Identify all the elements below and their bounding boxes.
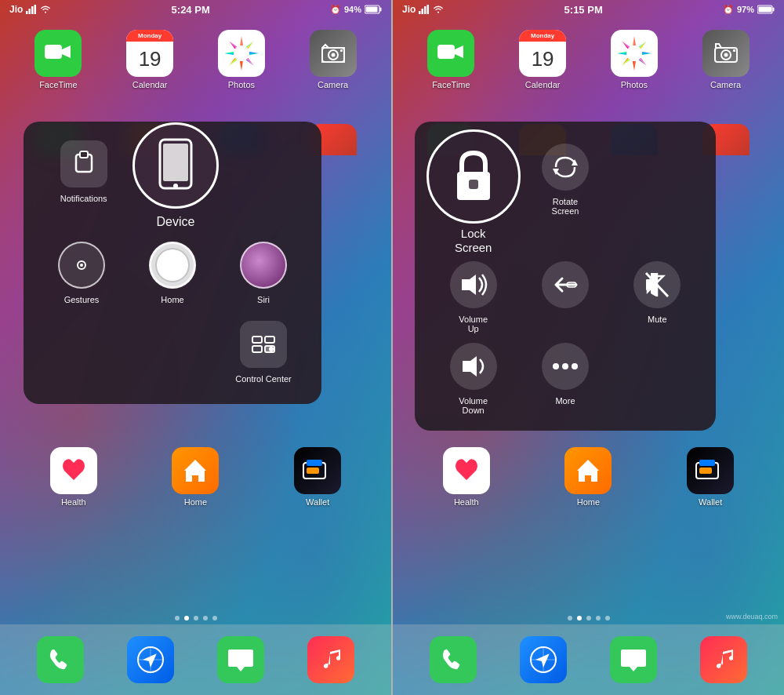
dot1-left [175,616,180,620]
svg-point-13 [331,53,335,57]
app-facetime-right[interactable]: FaceTime [423,30,479,89]
photos-icon-left [221,33,262,74]
dock-phone-right[interactable] [430,636,477,683]
at-gestures-btn[interactable]: Gestures [36,235,127,311]
svg-rect-56 [646,279,657,290]
lock-screen-btn[interactable]: LockScreen [427,137,519,255]
health-svg-right [452,457,481,485]
back-btn[interactable] [519,261,611,333]
volume-down-svg [459,353,488,380]
gestures-icon [58,242,105,289]
dock-safari-left[interactable] [127,636,174,683]
lock-screen-icon-circle [426,129,521,224]
home-app-right[interactable]: Home [564,447,612,507]
home-inner-circle [155,248,190,282]
device-label: Device [157,214,195,229]
health-app-left[interactable]: Health [50,447,97,507]
wallet-icon-left [294,447,341,494]
dot5-left [212,616,217,620]
status-bar-right: Jio 5:15 PM ⏰ 97% [393,0,784,19]
svg-rect-37 [422,9,424,14]
app-label-calendar-left: Calendar [132,80,168,89]
dock-safari-right[interactable] [520,636,567,683]
app-calendar-left[interactable]: Monday 19 Calendar [122,30,178,89]
svg-marker-68 [535,650,554,668]
svg-point-22 [80,264,83,267]
app-facetime-left[interactable]: FaceTime [30,30,86,89]
camera-icon-right [711,42,741,65]
notifications-label: Notifications [60,194,107,204]
rotate-screen-btn[interactable]: RotateScreen [519,137,611,216]
svg-point-60 [562,363,568,369]
dot3-right [586,616,591,620]
app-photos-right[interactable]: Photos [606,30,662,89]
bottom-apps-left: Health Home Wallet [0,447,391,507]
app-label-facetime-left: FaceTime [39,80,78,89]
left-phone-screen: Jio 5:24 PM ⏰ 94% [0,0,391,695]
calendar-date-right: 19 [532,42,554,77]
dock-messages-right[interactable] [610,636,657,683]
svg-rect-18 [163,144,188,181]
dock-phone-left[interactable] [37,636,84,683]
health-app-right[interactable]: Health [443,447,490,507]
app-camera-left[interactable]: Camera [305,30,361,89]
at-siri-btn[interactable]: Siri [218,235,309,311]
volume-down-label: VolumeDown [459,396,488,415]
music-icon [318,646,343,674]
svg-rect-43 [437,45,455,59]
svg-point-19 [173,184,178,188]
signal-icon-right [419,5,430,14]
app-camera-right[interactable]: Camera [698,30,754,89]
phone-icon-right [440,646,466,673]
wallet-svg-right [695,460,725,482]
home-icon-app-right [564,447,612,494]
battery-icon-right [757,5,775,14]
control-center-label: Control Center [235,374,292,384]
app-icon-img-facetime-right [427,30,474,77]
svg-rect-20 [170,141,181,144]
at-bottom-row: Control Center [36,315,309,391]
status-left-left: Jio [9,4,51,15]
dock-music-right[interactable] [700,636,747,683]
calendar-month-left: Monday [126,30,173,42]
svg-rect-39 [427,5,430,14]
svg-rect-25 [252,346,262,352]
gestures-label: Gestures [64,295,100,305]
dot1-right [568,616,572,620]
wifi-icon-right [433,5,444,14]
health-svg [60,457,88,485]
volume-up-btn[interactable]: VolumeUp [427,261,519,333]
device-menu-overlay: LockScreen RotateScreen [415,122,716,431]
alarm-left: ⏰ [330,5,341,15]
svg-point-48 [724,53,728,57]
app-calendar-right[interactable]: Monday 19 Calendar [514,30,571,89]
status-bar-left: Jio 5:24 PM ⏰ 94% [0,0,391,19]
svg-point-59 [553,363,559,369]
home-app-left[interactable]: Home [172,447,219,507]
at-control-center-btn[interactable]: Control Center [218,315,309,391]
app-photos-left[interactable]: Photos [213,30,270,89]
device-menu-bottom-row: VolumeDown More [427,343,703,415]
mute-label: Mute [648,315,666,324]
app-label-camera-right: Camera [710,80,741,89]
svg-rect-14 [340,49,343,52]
at-home-btn[interactable]: Home [127,235,218,311]
camera-icon-left [318,42,348,65]
volume-down-btn[interactable]: VolumeDown [427,343,519,415]
dock-messages-left[interactable] [217,636,264,683]
more-btn[interactable]: More [519,343,611,415]
svg-marker-44 [455,45,463,58]
at-device-btn[interactable]: Device [131,134,220,229]
at-notifications-btn[interactable]: Notifications [36,134,131,210]
wallet-app-left[interactable]: Wallet [294,447,341,507]
siri-icon [240,242,287,289]
mute-btn[interactable]: Mute [612,261,703,333]
music-icon-right [711,646,736,674]
battery-icon-left [365,5,382,14]
svg-rect-49 [733,49,735,52]
svg-rect-30 [307,460,322,466]
volume-up-icon [450,261,497,308]
wallet-app-right[interactable]: Wallet [687,447,734,507]
dock-music-left[interactable] [307,636,354,683]
more-label: More [555,396,575,406]
